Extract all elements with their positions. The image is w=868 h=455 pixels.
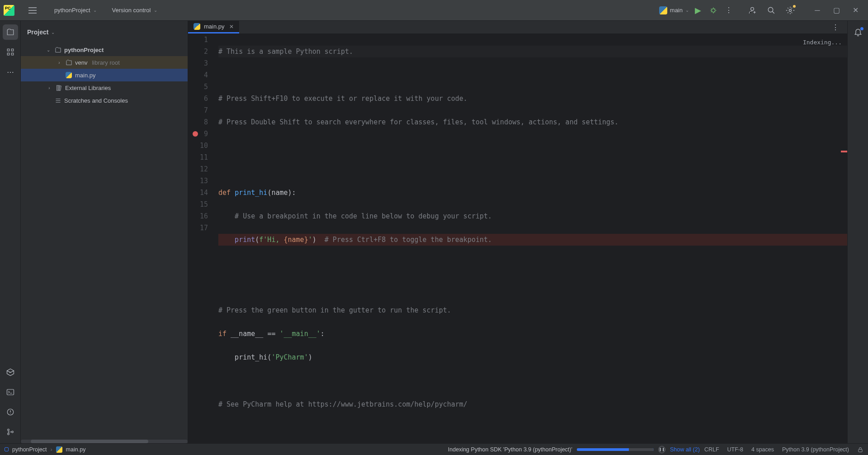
- structure-tool-button[interactable]: [3, 44, 18, 60]
- chevron-down-icon[interactable]: ⌄: [51, 30, 55, 35]
- svg-point-1: [751, 7, 754, 10]
- readonly-lock-icon[interactable]: [857, 446, 863, 453]
- python-icon: [659, 6, 667, 14]
- maximize-window-button[interactable]: ▢: [827, 4, 845, 17]
- breadcrumb-project[interactable]: pythonProject: [12, 446, 47, 453]
- pause-indexing-button[interactable]: ❚❚: [658, 446, 665, 453]
- python-file-icon: [56, 446, 62, 453]
- code-editor[interactable]: Indexing... 1 2 3 4 5 6 7 8 9 10 11 12 1…: [188, 34, 847, 443]
- debug-button[interactable]: [707, 4, 720, 17]
- svg-point-2: [768, 7, 773, 12]
- line-number[interactable]: 9: [188, 128, 208, 140]
- status-encoding[interactable]: UTF-8: [727, 446, 743, 453]
- editor-tab-main[interactable]: main.py ✕: [188, 21, 239, 33]
- status-interpreter[interactable]: Python 3.9 (pythonProject): [782, 446, 849, 453]
- line-number[interactable]: 2: [188, 46, 208, 57]
- tree-external-libraries[interactable]: › External Libraries: [21, 81, 188, 94]
- close-window-button[interactable]: ✕: [846, 4, 864, 17]
- library-icon: [55, 85, 62, 91]
- line-number[interactable]: 17: [188, 222, 208, 234]
- vcs-tool-button[interactable]: [3, 424, 18, 440]
- more-tools-button[interactable]: ⋯: [3, 64, 18, 80]
- project-dropdown[interactable]: pythonProject ⌄: [50, 5, 101, 15]
- line-number[interactable]: 8: [188, 116, 208, 128]
- editor-tab-label: main.py: [204, 23, 225, 30]
- line-number[interactable]: 6: [188, 93, 208, 104]
- tree-project-root[interactable]: ⌄ pythonProject: [21, 43, 188, 56]
- chevron-right-icon: ›: [50, 446, 52, 453]
- more-run-options-button[interactable]: ⋮: [722, 4, 735, 17]
- svg-point-10: [7, 429, 9, 431]
- svg-point-12: [11, 431, 13, 433]
- line-number[interactable]: 5: [188, 81, 208, 93]
- title-bar: pythonProject ⌄ Version control ⌄ main ⌄…: [0, 0, 868, 21]
- project-tree[interactable]: ⌄ pythonProject › venv library root main…: [21, 43, 188, 440]
- line-number[interactable]: 15: [188, 199, 208, 210]
- editor-tabs: main.py ✕ ⋮: [188, 21, 847, 34]
- chevron-down-icon: ⌄: [685, 8, 689, 13]
- svg-point-3: [789, 9, 792, 11]
- breadcrumb-file[interactable]: main.py: [66, 446, 86, 453]
- version-control-dropdown[interactable]: Version control ⌄: [108, 5, 162, 15]
- minimize-window-button[interactable]: ─: [808, 4, 826, 17]
- project-tool-button[interactable]: [3, 24, 18, 40]
- code-content[interactable]: # This is a sample Python script. # Pres…: [216, 34, 847, 443]
- run-button[interactable]: ▶: [692, 4, 704, 17]
- status-bar: pythonProject › main.py Indexing Python …: [0, 443, 868, 455]
- status-line-separator[interactable]: CRLF: [704, 446, 719, 453]
- status-indent[interactable]: 4 spaces: [751, 446, 774, 453]
- tree-main-file[interactable]: main.py: [21, 69, 188, 81]
- terminal-tool-button[interactable]: [3, 384, 18, 400]
- line-number[interactable]: 16: [188, 210, 208, 222]
- tree-item-label: venv: [75, 59, 87, 66]
- notifications-button[interactable]: [854, 28, 863, 37]
- indexing-progress-bar: [577, 448, 654, 451]
- tree-scratches[interactable]: Scratches and Consoles: [21, 94, 188, 107]
- project-panel-title: Project: [27, 28, 48, 36]
- vcs-label: Version control: [112, 7, 151, 14]
- line-number[interactable]: 14: [188, 187, 208, 199]
- line-number[interactable]: 1: [188, 34, 208, 46]
- tree-item-label: pythonProject: [64, 47, 104, 53]
- horizontal-scrollbar[interactable]: [21, 440, 188, 443]
- line-number[interactable]: 4: [188, 69, 208, 81]
- line-number[interactable]: 3: [188, 57, 208, 69]
- search-button[interactable]: [765, 4, 778, 17]
- right-tool-rail: [847, 21, 868, 443]
- collapse-icon[interactable]: ⌄: [45, 47, 52, 52]
- editor-gutter[interactable]: 1 2 3 4 5 6 7 8 9 10 11 12 13 14 15 16 1…: [188, 34, 216, 443]
- nav-breadcrumb[interactable]: pythonProject › main.py: [5, 446, 85, 453]
- breakpoint-icon[interactable]: [193, 131, 198, 137]
- svg-rect-5: [11, 49, 14, 51]
- editor-more-button[interactable]: ⋮: [829, 21, 842, 33]
- line-number[interactable]: 13: [188, 175, 208, 187]
- python-file-icon: [65, 72, 72, 78]
- notification-dot-icon: [793, 5, 796, 8]
- svg-rect-6: [7, 53, 9, 55]
- code-with-me-button[interactable]: [746, 4, 759, 17]
- expand-icon[interactable]: ›: [46, 85, 52, 90]
- problems-tool-button[interactable]: [3, 404, 18, 420]
- svg-rect-8: [7, 389, 14, 395]
- folder-icon: [54, 47, 61, 53]
- run-config-selector[interactable]: main ⌄: [659, 6, 689, 14]
- svg-rect-13: [57, 85, 58, 90]
- main-menu-button[interactable]: [26, 4, 39, 17]
- tree-venv-folder[interactable]: › venv library root: [21, 56, 188, 69]
- tree-item-label: main.py: [75, 72, 96, 79]
- project-name: pythonProject: [54, 7, 90, 14]
- settings-button[interactable]: [784, 4, 797, 17]
- chevron-down-icon: ⌄: [154, 8, 157, 13]
- line-number[interactable]: 11: [188, 152, 208, 163]
- line-number[interactable]: 7: [188, 104, 208, 116]
- notification-dot-icon: [860, 27, 863, 30]
- run-config-name: main: [670, 7, 683, 14]
- indexing-status-text: Indexing Python SDK 'Python 3.9 (pythonP…: [448, 446, 572, 453]
- services-tool-button[interactable]: [3, 365, 18, 380]
- line-number[interactable]: 10: [188, 140, 208, 152]
- show-all-processes-link[interactable]: Show all (2): [670, 446, 700, 453]
- line-number[interactable]: 12: [188, 163, 208, 175]
- module-icon: [5, 447, 9, 451]
- close-tab-button[interactable]: ✕: [229, 24, 234, 30]
- expand-icon[interactable]: ›: [56, 60, 62, 65]
